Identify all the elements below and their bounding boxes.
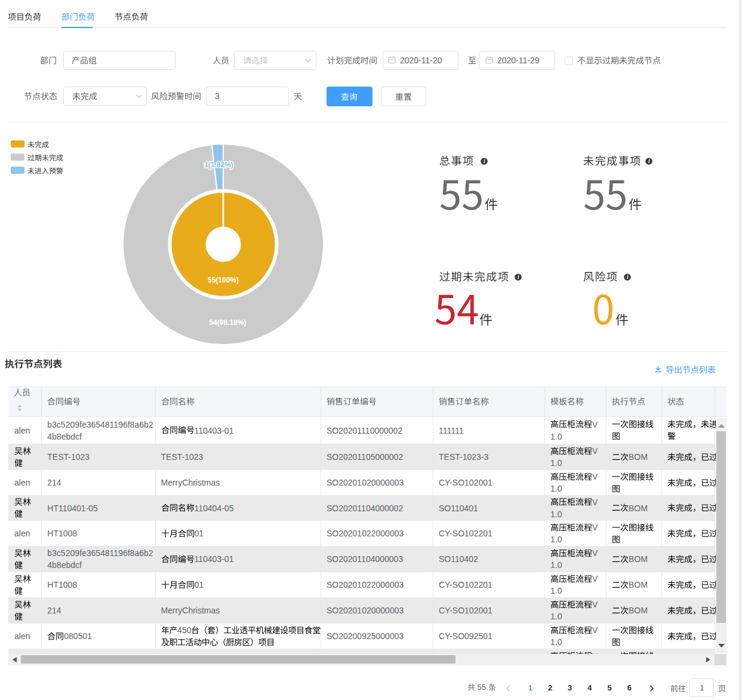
- svg-text:1(1.82%): 1(1.82%): [204, 161, 233, 169]
- svg-text:i: i: [627, 274, 629, 280]
- svg-text:i: i: [484, 158, 485, 164]
- svg-text:55(100%): 55(100%): [208, 276, 239, 284]
- svg-text:i: i: [648, 158, 650, 164]
- svg-text:54(98.18%): 54(98.18%): [209, 318, 246, 327]
- svg-text:i: i: [518, 274, 519, 280]
